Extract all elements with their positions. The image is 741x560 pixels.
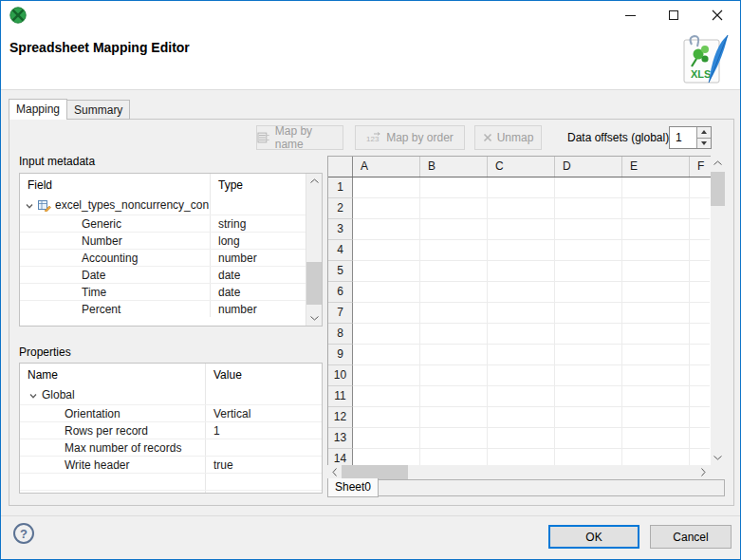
grid-cell[interactable] [353,198,420,219]
grid-cell[interactable] [622,365,690,386]
scroll-down-button[interactable] [306,311,322,326]
grid-cell[interactable] [353,345,420,365]
column-header-type[interactable]: Type [210,174,306,196]
column-header-name[interactable]: Name [20,364,205,386]
grid-cell[interactable] [488,345,555,365]
grid-cell[interactable] [488,177,555,198]
metadata-field-row[interactable]: Timedate [20,283,306,300]
grid-cell[interactable] [622,198,690,219]
grid-row-header[interactable]: 14 [328,449,353,465]
grid-column-header[interactable]: F [690,157,710,177]
metadata-scrollbar[interactable] [306,174,322,326]
grid-row-header[interactable]: 3 [328,219,353,240]
data-offsets-value[interactable]: 1 [670,127,696,148]
map-by-name-button[interactable]: Map by name [256,125,343,150]
grid-cell[interactable] [622,386,690,407]
grid-corner-cell[interactable] [328,157,353,177]
grid-cell[interactable] [622,303,690,324]
grid-cell[interactable] [353,428,420,449]
grid-row-header[interactable]: 8 [328,324,353,345]
grid-cell[interactable] [353,219,420,240]
scrollbar-thumb[interactable] [342,465,408,479]
scrollbar-thumb[interactable] [711,172,725,206]
grid-cell[interactable] [488,365,555,386]
grid-cell[interactable] [420,240,488,261]
grid-cell[interactable] [690,240,710,261]
grid-cell[interactable] [690,282,710,303]
grid-cell[interactable] [488,428,555,449]
sheet-tab[interactable]: Sheet0 [327,478,379,497]
grid-cell[interactable] [488,386,555,407]
close-button[interactable] [696,1,738,29]
scroll-left-button[interactable] [327,465,342,479]
grid-cell[interactable] [555,177,622,198]
grid-cell[interactable] [420,219,488,240]
grid-row-header[interactable]: 9 [328,345,353,365]
grid-cell[interactable] [488,449,555,465]
scroll-right-button[interactable] [696,465,711,479]
grid-cell[interactable] [690,407,710,428]
property-row[interactable]: Max number of records [20,439,322,456]
tab-summary[interactable]: Summary [66,100,130,120]
grid-cell[interactable] [353,240,420,261]
grid-row-header[interactable]: 1 [328,177,353,198]
grid-cell[interactable] [488,324,555,345]
grid-column-header[interactable]: B [420,157,488,177]
grid-row-header[interactable]: 10 [328,365,353,386]
grid-cell[interactable] [420,428,488,449]
grid-cell[interactable] [622,345,690,365]
grid-cell[interactable] [622,407,690,428]
grid-cell[interactable] [353,324,420,345]
ok-button[interactable]: OK [548,525,639,549]
grid-cell[interactable] [420,261,488,282]
grid-cell[interactable] [420,365,488,386]
grid-cell[interactable] [622,449,690,465]
grid-cell[interactable] [690,324,710,345]
grid-cell[interactable] [555,303,622,324]
grid-row-header[interactable]: 5 [328,261,353,282]
grid-cell[interactable] [555,345,622,365]
grid-cell[interactable] [690,198,710,219]
grid-cell[interactable] [690,261,710,282]
grid-cell[interactable] [622,219,690,240]
grid-row-header[interactable]: 12 [328,407,353,428]
unmap-button[interactable]: Unmap [474,125,542,150]
metadata-field-row[interactable]: Percentnumber [20,300,306,317]
grid-cell[interactable] [420,449,488,465]
grid-row-header[interactable]: 13 [328,428,353,449]
grid-cell[interactable] [555,407,622,428]
grid-cell[interactable] [420,282,488,303]
grid-cell[interactable] [690,303,710,324]
maximize-button[interactable] [653,1,695,29]
grid-cell[interactable] [353,449,420,465]
spinner-down-button[interactable] [697,139,711,149]
help-button[interactable]: ? [13,523,34,544]
grid-column-header[interactable]: E [622,157,690,177]
map-by-order-button[interactable]: 123 Map by order [355,125,465,150]
metadata-field-row[interactable]: Genericstring [20,215,306,232]
grid-cell[interactable] [690,386,710,407]
scroll-down-button[interactable] [711,451,725,465]
grid-cell[interactable] [420,345,488,365]
grid-horizontal-scrollbar[interactable] [327,465,711,479]
grid-cell[interactable] [420,407,488,428]
scroll-up-button[interactable] [711,156,725,170]
grid-cell[interactable] [353,282,420,303]
grid-cell[interactable] [555,449,622,465]
grid-cell[interactable] [690,428,710,449]
scroll-up-button[interactable] [306,174,322,188]
grid-cell[interactable] [420,386,488,407]
grid-cell[interactable] [353,177,420,198]
grid-cell[interactable] [353,386,420,407]
grid-cell[interactable] [420,198,488,219]
metadata-field-row[interactable]: Accountingnumber [20,249,306,266]
grid-cell[interactable] [488,282,555,303]
data-offsets-spinner[interactable]: 1 [669,126,712,149]
column-header-value[interactable]: Value [205,364,322,386]
grid-column-header[interactable]: C [488,157,555,177]
grid-cell[interactable] [690,219,710,240]
grid-column-header[interactable]: D [555,157,622,177]
grid-cell[interactable] [488,303,555,324]
properties-group-row[interactable]: Global [20,386,322,404]
grid-cell[interactable] [488,240,555,261]
